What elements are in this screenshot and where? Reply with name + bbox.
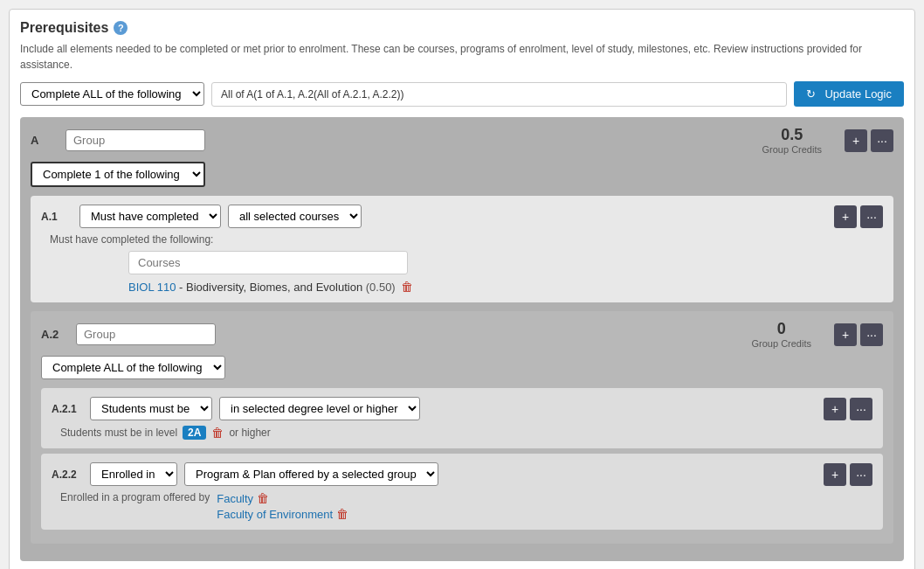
section-a21-level-delete[interactable]: 🗑 (211, 426, 224, 440)
section-a22-add-button[interactable]: + (824, 463, 846, 486)
section-a2-add-button[interactable]: + (834, 323, 857, 346)
section-a-dropdown-row: Complete 1 of the following (31, 162, 893, 187)
section-a: A 0.5 Group Credits + ··· Complete 1 of … (20, 117, 904, 561)
section-a-add-button[interactable]: + (845, 129, 867, 152)
section-a2-label: A.2 (41, 328, 67, 341)
section-a1-buttons: + ··· (834, 205, 883, 228)
section-a21-more-button[interactable]: ··· (850, 398, 872, 420)
page-container: Prerequisites ? Include all elements nee… (9, 9, 915, 569)
section-a1-course-name: BIOL 110 - Biodiversity, Biomes, and Evo… (128, 281, 396, 294)
section-a2-credits-label: Group Credits (752, 338, 811, 349)
section-a22-programs-list: Faculty 🗑 Faculty of Environment 🗑 (217, 491, 348, 521)
section-a21-header: A.2.1 Students must be in selected degre… (52, 397, 872, 420)
section-a22-header: A.2.2 Enrolled in Program & Plan offered… (52, 462, 872, 486)
section-a22-condition-text: Enrolled in a program offered by (60, 491, 210, 503)
section-a22-condition-row: Enrolled in a program offered by Faculty… (52, 491, 872, 521)
section-a21: A.2.1 Students must be in selected degre… (41, 388, 883, 448)
section-a21-label: A.2.1 (52, 403, 83, 415)
program-1-delete[interactable]: 🗑 (336, 507, 348, 521)
section-a21-condition-text: Students must be in level (60, 427, 177, 439)
section-a-group-input[interactable] (66, 129, 205, 151)
section-a2: A.2 0 Group Credits + ··· Complete ALL o… (31, 311, 893, 544)
section-a1-header: A.1 Must have completed all selected cou… (41, 205, 883, 228)
section-a2-credits-value: 0 (752, 320, 811, 338)
section-a1-course-input-wrapper (41, 251, 883, 274)
section-a21-add-button[interactable]: + (824, 398, 846, 420)
section-a1-dropdown2[interactable]: all selected courses (228, 205, 362, 228)
section-a22: A.2.2 Enrolled in Program & Plan offered… (41, 454, 883, 530)
section-a21-buttons: + ··· (824, 398, 872, 420)
section-a22-buttons: + ··· (824, 463, 872, 486)
section-a1-label: A.1 (41, 211, 72, 223)
section-a-credits-block: 0.5 Group Credits (762, 126, 822, 155)
section-a2-buttons: + ··· (834, 323, 883, 346)
section-a1-course-input[interactable] (128, 251, 408, 274)
section-a22-program-1: Faculty of Environment 🗑 (217, 507, 348, 521)
section-a21-condition-row: Students must be in level 2A 🗑 or higher (52, 426, 872, 440)
section-a-credits-label: Group Credits (762, 144, 822, 155)
program-1-name: Faculty of Environment (217, 508, 333, 521)
section-a21-suffix: or higher (229, 427, 270, 439)
section-a2-header: A.2 0 Group Credits + ··· (41, 320, 883, 349)
update-logic-button[interactable]: ↻ Update Logic (794, 81, 904, 107)
section-a22-label: A.2.2 (52, 468, 83, 481)
section-a21-level: 2A (183, 426, 206, 440)
section-a-credits-value: 0.5 (762, 126, 822, 144)
section-a22-more-button[interactable]: ··· (850, 463, 872, 486)
refresh-icon: ↻ (806, 87, 816, 101)
section-a-label: A (31, 134, 57, 147)
section-a1-add-button[interactable]: + (834, 205, 857, 228)
page-description: Include all elements needed to be comple… (20, 41, 904, 73)
section-a1-course-desc: - (179, 281, 186, 294)
section-a1-more-button[interactable]: ··· (860, 205, 883, 228)
page-title-bar: Prerequisites ? (20, 20, 904, 36)
top-dropdown[interactable]: Complete ALL of the following (20, 82, 204, 106)
program-0-delete[interactable]: 🗑 (257, 491, 269, 505)
section-a22-program-0: Faculty 🗑 (217, 491, 348, 505)
section-a-header: A 0.5 Group Credits + ··· (31, 126, 893, 155)
section-a1-course-delete[interactable]: 🗑 (401, 280, 413, 294)
section-a-buttons: + ··· (845, 129, 893, 152)
program-0-name: Faculty (217, 492, 253, 505)
section-a22-dropdown1[interactable]: Enrolled in (90, 462, 177, 486)
page-title: Prerequisites (20, 20, 108, 36)
section-a21-dropdown1[interactable]: Students must be (90, 397, 212, 420)
section-a1-dropdown1[interactable]: Must have completed (79, 205, 221, 228)
top-bar: Complete ALL of the following All of A(1… (20, 81, 904, 107)
section-a-more-button[interactable]: ··· (871, 129, 893, 152)
section-a2-dropdown[interactable]: Complete ALL of the following (41, 356, 225, 379)
section-a-dropdown[interactable]: Complete 1 of the following (31, 162, 205, 187)
section-a2-more-button[interactable]: ··· (860, 323, 883, 346)
section-a1-condition: Must have completed the following: (41, 233, 883, 246)
section-a1-course-entry: BIOL 110 - Biodiversity, Biomes, and Evo… (41, 280, 883, 294)
section-a2-dropdown-row: Complete ALL of the following (41, 356, 883, 379)
logic-display: All of A(1 of A.1, A.2(All of A.2.1, A.2… (211, 82, 787, 107)
section-a2-group-input[interactable] (76, 323, 216, 345)
section-a2-credits-block: 0 Group Credits (752, 320, 811, 349)
section-a21-dropdown2[interactable]: in selected degree level or higher (219, 397, 420, 420)
section-a22-dropdown2[interactable]: Program & Plan offered by a selected gro… (184, 462, 438, 486)
section-a1: A.1 Must have completed all selected cou… (31, 196, 893, 302)
help-icon[interactable]: ? (114, 21, 128, 35)
